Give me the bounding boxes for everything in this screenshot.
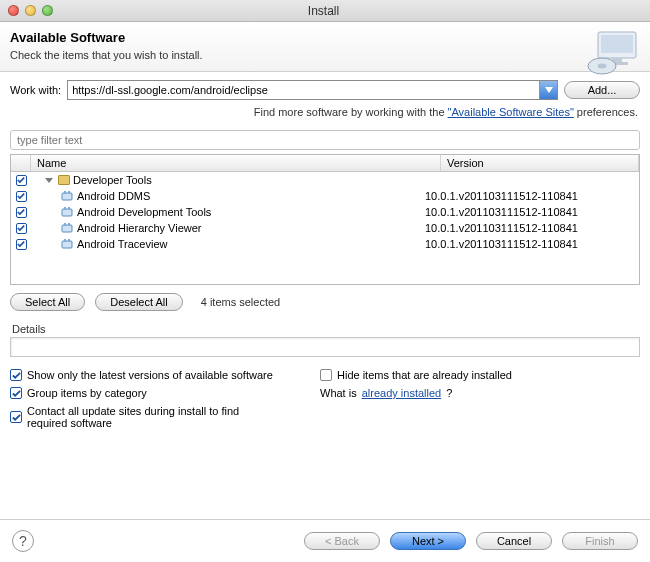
selection-count: 4 items selected [201,296,280,308]
item-label: Android Hierarchy Viewer [77,222,202,234]
install-banner-icon [584,28,640,76]
group-label: Developer Tools [73,174,152,186]
checkbox-icon[interactable] [10,411,22,423]
svg-rect-1 [601,35,633,53]
checkbox-icon[interactable] [320,369,332,381]
selection-controls: Select All Deselect All 4 items selected [0,285,650,319]
wizard-header: Available Software Check the items that … [0,22,650,72]
deselect-all-button[interactable]: Deselect All [95,293,182,311]
cancel-button[interactable]: Cancel [476,532,552,550]
options: Show only the latest versions of availab… [0,357,650,433]
table-row[interactable]: Android Development Tools 10.0.1.v201103… [11,204,639,220]
details-label: Details [0,319,650,337]
add-site-button[interactable]: Add... [564,81,640,99]
opt-contact-sites[interactable]: Contact all update sites during install … [10,405,280,429]
zoom-window-icon[interactable] [42,5,53,16]
checkbox-icon[interactable] [10,369,22,381]
what-is-installed: What is already installed? [320,387,590,399]
minimize-window-icon[interactable] [25,5,36,16]
already-installed-link[interactable]: already installed [362,387,442,399]
titlebar: Install [0,0,650,22]
item-version: 10.0.1.v201103111512-110841 [421,238,639,250]
table-row[interactable]: Android DDMS 10.0.1.v201103111512-110841 [11,188,639,204]
folder-icon [58,175,70,185]
column-version[interactable]: Version [441,155,639,171]
item-version: 10.0.1.v201103111512-110841 [421,222,639,234]
disclosure-triangle-icon[interactable] [45,178,53,183]
checkbox-icon[interactable] [10,387,22,399]
svg-rect-6 [62,193,72,200]
svg-rect-14 [68,223,70,226]
svg-rect-13 [64,223,66,226]
svg-rect-17 [68,239,70,242]
svg-rect-7 [64,191,66,194]
table-row[interactable]: Android Traceview 10.0.1.v201103111512-1… [11,236,639,252]
plugin-icon [61,238,73,250]
close-window-icon[interactable] [8,5,19,16]
checkbox-icon[interactable] [16,239,27,250]
item-label: Android Traceview [77,238,168,250]
plugin-icon [61,206,73,218]
page-title: Available Software [10,30,560,45]
svg-rect-10 [64,207,66,210]
svg-rect-9 [62,209,72,216]
svg-point-5 [598,64,607,69]
table-group-row[interactable]: Developer Tools [11,172,639,188]
software-table: Name Version Developer Tools Android DDM… [10,154,640,285]
next-button[interactable]: Next > [390,532,466,550]
wizard-footer: ? < Back Next > Cancel Finish [0,519,650,562]
details-textarea[interactable] [10,337,640,357]
opt-hide-installed[interactable]: Hide items that are already installed [320,369,590,381]
item-version: 10.0.1.v201103111512-110841 [421,206,639,218]
opt-group-by-category[interactable]: Group items by category [10,387,280,399]
opt-show-latest[interactable]: Show only the latest versions of availab… [10,369,280,381]
work-with-input[interactable] [68,81,539,99]
work-with-label: Work with: [10,84,61,96]
column-name[interactable]: Name [31,155,441,171]
svg-rect-15 [62,241,72,248]
select-all-button[interactable]: Select All [10,293,85,311]
item-label: Android DDMS [77,190,150,202]
work-with-combo[interactable] [67,80,558,100]
table-row[interactable]: Android Hierarchy Viewer 10.0.1.v2011031… [11,220,639,236]
plugin-icon [61,190,73,202]
checkbox-icon[interactable] [16,223,27,234]
chevron-down-icon[interactable] [539,81,557,99]
svg-rect-12 [62,225,72,232]
back-button[interactable]: < Back [304,532,380,550]
help-icon[interactable]: ? [12,530,34,552]
window-title: Install [53,4,650,18]
finish-button[interactable]: Finish [562,532,638,550]
svg-rect-8 [68,191,70,194]
item-version: 10.0.1.v201103111512-110841 [421,190,639,202]
checkbox-icon[interactable] [16,175,27,186]
page-subtitle: Check the items that you wish to install… [10,49,560,61]
svg-rect-11 [68,207,70,210]
item-label: Android Development Tools [77,206,211,218]
checkbox-icon[interactable] [16,207,27,218]
work-with-row: Work with: Add... [0,72,650,104]
filter-box[interactable] [10,130,640,150]
plugin-icon [61,222,73,234]
available-sites-link[interactable]: "Available Software Sites" [448,106,574,118]
filter-input[interactable] [17,134,633,146]
sites-hint: Find more software by working with the "… [0,104,650,126]
svg-rect-16 [64,239,66,242]
checkbox-icon[interactable] [16,191,27,202]
